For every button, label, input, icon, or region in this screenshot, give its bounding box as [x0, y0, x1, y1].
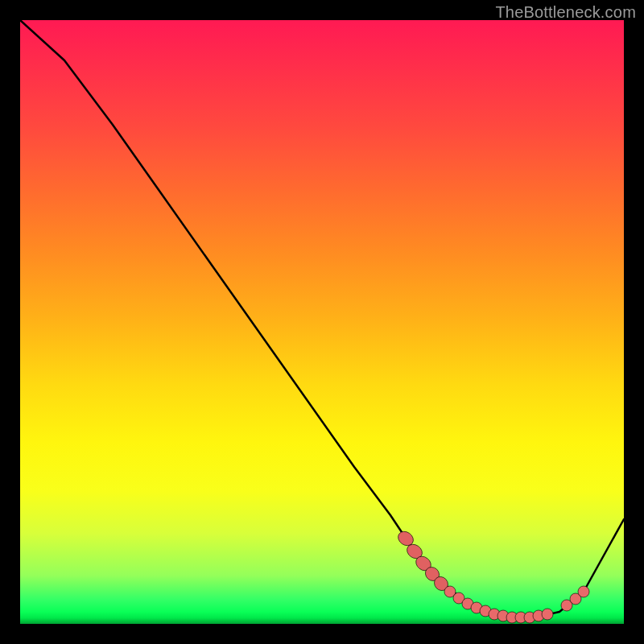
bottleneck-curve: [20, 20, 624, 617]
highlight-beads: [395, 529, 589, 623]
chart-overlay: [20, 20, 624, 624]
svg-point-16: [542, 609, 553, 620]
svg-point-19: [578, 586, 589, 597]
watermark-text: TheBottleneck.com: [495, 3, 636, 22]
gradient-plot-area: [20, 20, 624, 624]
outer-frame: TheBottleneck.com: [0, 0, 644, 644]
